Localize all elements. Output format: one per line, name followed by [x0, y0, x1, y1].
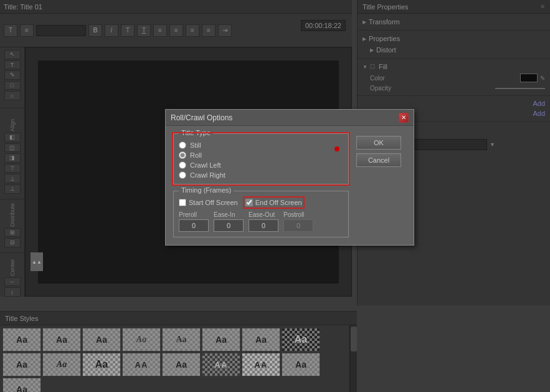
postroll-label: Postroll [283, 211, 313, 218]
title-type-container: Title Type Still Roll [173, 133, 349, 184]
radio-still-label: Still [190, 141, 201, 149]
cancel-button[interactable]: Cancel [356, 153, 401, 167]
start-off-screen-label: Start Off Screen [189, 199, 238, 206]
red-dot-indicator [334, 146, 339, 151]
radio-crawl-right-input[interactable] [179, 171, 186, 179]
ease-out-group: Ease-Out [249, 211, 278, 232]
postroll-input [283, 219, 313, 232]
checkbox-row: Start Off Screen End Off Screen [179, 196, 343, 206]
radio-crawl-right-label: Crawl Right [190, 171, 225, 179]
end-off-screen-checkbox[interactable] [245, 199, 253, 206]
ease-out-label: Ease-Out [249, 211, 278, 218]
ease-out-input[interactable] [249, 219, 278, 232]
radio-still-input[interactable] [179, 141, 186, 149]
radio-crawl-left[interactable]: Crawl Left [179, 161, 343, 169]
end-off-screen-label: End Off Screen [255, 199, 302, 206]
radio-roll-input[interactable] [179, 151, 186, 159]
radio-crawl-left-label: Crawl Left [190, 161, 221, 169]
roll-crawl-dialog: Roll/Crawl Options ✕ Title Type [165, 109, 414, 246]
title-type-section: Title Type Still Roll [173, 133, 349, 184]
ease-in-input[interactable] [214, 219, 244, 232]
ease-in-label: Ease-In [214, 211, 244, 218]
start-off-screen-item[interactable]: Start Off Screen [179, 199, 238, 206]
fields-row: Preroll Ease-In Ease-Out [179, 211, 343, 232]
postroll-group: Postroll [283, 211, 313, 232]
main-container: Title: Title 01 T ≡ B I T T ≡ ≡ ≡ ≡ ⇥ 00… [0, 0, 550, 392]
dialog-title-bar: Roll/Crawl Options ✕ [166, 110, 414, 126]
end-off-screen-container: End Off Screen [245, 199, 302, 206]
timing-section: Timing (Frames) Start Off Screen [173, 191, 349, 237]
title-type-label: Title Type [179, 129, 213, 136]
end-off-screen-item[interactable]: End Off Screen [245, 199, 302, 206]
radio-crawl-left-input[interactable] [179, 161, 186, 169]
preroll-label: Preroll [179, 211, 209, 218]
dialog-close-button[interactable]: ✕ [399, 113, 409, 123]
ok-button[interactable]: OK [356, 136, 401, 150]
start-off-screen-checkbox[interactable] [179, 199, 186, 206]
dialog-title: Roll/Crawl Options [171, 113, 232, 122]
timing-label: Timing (Frames) [179, 186, 234, 194]
close-icon: ✕ [401, 114, 406, 121]
modal-overlay: Roll/Crawl Options ✕ Title Type [0, 0, 550, 392]
dialog-left: Title Type Still Roll [173, 133, 349, 237]
radio-roll[interactable]: Roll [179, 151, 343, 159]
preroll-group: Preroll [179, 211, 209, 232]
radio-group: Still Roll Crawl Left [179, 139, 343, 179]
radio-roll-label: Roll [190, 151, 202, 159]
ease-in-group: Ease-In [214, 211, 244, 232]
dialog-body: Title Type Still Roll [166, 126, 414, 245]
preroll-input[interactable] [179, 219, 209, 232]
radio-still[interactable]: Still [179, 141, 343, 149]
radio-crawl-right[interactable]: Crawl Right [179, 171, 343, 179]
dialog-buttons: OK Cancel [356, 133, 406, 237]
